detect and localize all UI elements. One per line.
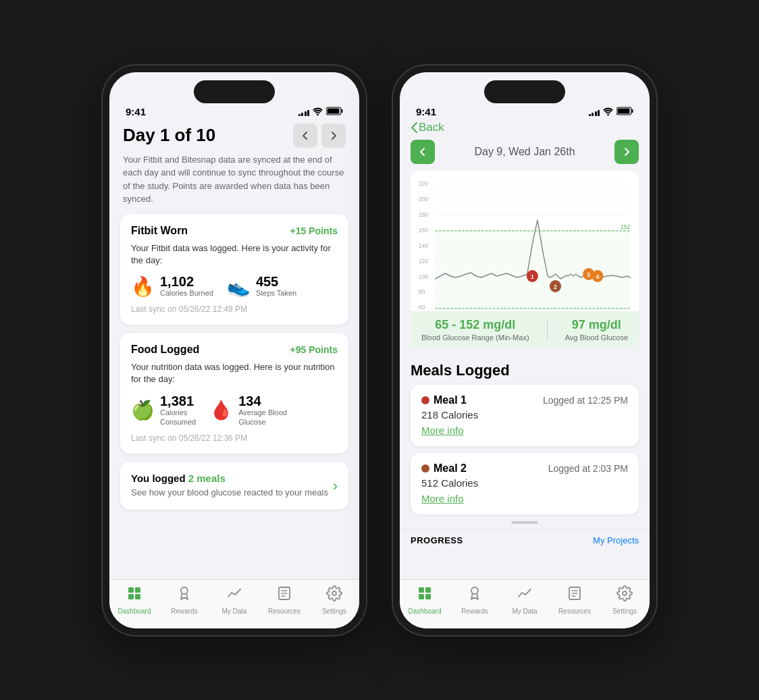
prev-button-1[interactable] (293, 124, 317, 148)
svg-text:1: 1 (531, 273, 534, 279)
glucose-value: 134 (238, 394, 287, 408)
svg-text:140: 140 (419, 242, 428, 248)
tab-rewards-2[interactable]: Rewards (450, 585, 500, 615)
tab-rewards-label-1: Rewards (171, 608, 197, 615)
meal-2-title-row: Meal 2 (421, 462, 467, 475)
next-button-1[interactable] (321, 124, 346, 148)
battery-icon-2 (617, 106, 633, 118)
fitbit-desc: Your Fitbit data was logged. Here is you… (131, 242, 338, 267)
meal-2-dot (421, 464, 429, 473)
tab-resources-label-2: Resources (558, 608, 591, 615)
phone-1-content: Day 1 of 10 Your Fitbit and Bitesnap dat… (109, 118, 359, 579)
meals-sub: See how your blood glucose reacted to yo… (131, 487, 328, 499)
svg-text:100: 100 (419, 273, 428, 279)
svg-text:120: 120 (419, 257, 428, 264)
tab-settings-2[interactable]: Settings (600, 585, 650, 615)
progress-label: PROGRESS (411, 535, 463, 545)
svg-rect-3 (128, 587, 134, 593)
food-desc: Your nutrition data was logged. Here is … (131, 361, 338, 385)
glucose-avg-value: 97 mg/dl (565, 318, 628, 332)
meal-1-more-info-button[interactable]: More info (421, 425, 464, 436)
dynamic-island-1 (194, 80, 275, 103)
calories-consumed-value: 1,381 (160, 394, 196, 408)
my-projects-button[interactable]: My Projects (593, 535, 639, 545)
glucose-range-stat: 65 - 152 mg/dl Blood Glucose Range (Min-… (421, 318, 529, 342)
shoe-icon: 👟 (227, 275, 251, 298)
svg-text:180: 180 (419, 211, 428, 217)
wifi-icon-1 (313, 106, 323, 118)
steps-label: Steps Taken (256, 288, 296, 298)
page-header-1: Day 1 of 10 Your Fitbit and Bitesnap dat… (109, 118, 359, 214)
chart-info-bar: 65 - 152 mg/dl Blood Glucose Range (Min-… (411, 311, 639, 348)
svg-rect-55 (419, 594, 424, 599)
tab-resources-label-1: Resources (268, 608, 300, 615)
svg-rect-14 (618, 108, 630, 113)
svg-text:3: 3 (587, 271, 590, 277)
prev-day-button[interactable] (411, 140, 435, 164)
glucose-avg-stat: 97 mg/dl Avg Blood Glucose (565, 318, 628, 342)
svg-point-7 (181, 587, 188, 594)
glucose-avg-label: Avg Blood Glucose (565, 333, 628, 342)
fitbit-sync: Last sync on 05/26/22 12:49 PM (131, 304, 338, 314)
food-title: Food Logged (131, 344, 199, 356)
calories-burned-label: Calories Burned (160, 288, 213, 298)
food-points: +95 Points (290, 344, 338, 355)
svg-text:220: 220 (419, 180, 428, 186)
wifi-icon-2 (603, 106, 613, 118)
tab-bar-2: Dashboard Rewards My Data (400, 579, 650, 628)
mydata-icon-1 (226, 585, 242, 605)
meals-highlight: 2 meals (188, 473, 226, 484)
tab-resources-2[interactable]: Resources (550, 585, 600, 615)
meal-card-2: Meal 2 Logged at 2:03 PM 512 Calories Mo… (411, 453, 639, 514)
tab-mydata-2[interactable]: My Data (500, 585, 550, 615)
tab-mydata-label-1: My Data (221, 608, 246, 615)
blood-icon: 🩸 (209, 399, 233, 421)
dynamic-island-2 (484, 80, 565, 103)
svg-rect-54 (419, 587, 424, 593)
chart-svg: 220 200 180 160 140 120 100 80 60 (416, 176, 633, 311)
fitbit-points: +15 Points (290, 225, 338, 236)
progress-bar-bottom: PROGRESS My Projects (400, 529, 650, 548)
meal-1-title-row: Meal 1 (421, 394, 467, 406)
fire-icon: 🔥 (131, 275, 155, 298)
fitbit-title: Fitbit Worn (131, 225, 188, 237)
glucose-label: Average BloodGlucose (238, 408, 287, 427)
phone-2: 9:41 (393, 65, 656, 635)
tab-rewards-label-2: Rewards (461, 608, 488, 615)
svg-rect-2 (342, 109, 343, 113)
glucose-chart-container: 220 200 180 160 140 120 100 80 60 (411, 171, 639, 311)
tab-resources-1[interactable]: Resources (259, 585, 309, 615)
svg-point-58 (471, 587, 478, 594)
settings-icon-1 (326, 585, 342, 605)
glucose-range-label: Blood Glucose Range (Min-Max) (421, 333, 529, 342)
tab-settings-label-2: Settings (612, 608, 637, 615)
svg-text:200: 200 (419, 195, 428, 202)
meal-1-dot (421, 396, 429, 404)
tab-dashboard-1[interactable]: Dashboard (109, 585, 159, 615)
back-button[interactable]: Back (411, 121, 444, 134)
meals-text: You logged 2 meals (131, 473, 328, 484)
glucose-chart: 220 200 180 160 140 120 100 80 60 (416, 176, 633, 311)
calories-consumed-metric: 🍏 1,381 CaloriesConsumed (131, 394, 196, 427)
meal-2-title: Meal 2 (434, 462, 467, 475)
meal-1-time: Logged at 12:25 PM (543, 395, 628, 406)
tab-mydata-1[interactable]: My Data (209, 585, 259, 615)
resources-icon-2 (567, 585, 583, 605)
glucose-metric: 🩸 134 Average BloodGlucose (209, 394, 287, 427)
tab-bar-1: Dashboard Rewards My Data (109, 579, 359, 628)
meal-2-more-info-button[interactable]: More info (421, 493, 464, 504)
next-day-button[interactable] (614, 140, 639, 164)
dashboard-icon-1 (126, 585, 142, 605)
fitbit-metrics: 🔥 1,102 Calories Burned 👟 455 Steps Take… (131, 275, 338, 298)
battery-icon-1 (326, 106, 343, 118)
mydata-icon-2 (517, 585, 533, 605)
tab-rewards-1[interactable]: Rewards (159, 585, 209, 615)
tab-settings-1[interactable]: Settings (309, 585, 359, 615)
tab-dashboard-2[interactable]: Dashboard (400, 585, 450, 615)
meals-card[interactable]: You logged 2 meals See how your blood gl… (120, 462, 348, 510)
calories-burned-metric: 🔥 1,102 Calories Burned (131, 275, 213, 298)
page-description-1: Your Fitbit and Bitesnap data are synced… (123, 153, 346, 206)
status-bar-2: 9:41 (400, 103, 650, 118)
tab-mydata-label-2: My Data (512, 608, 537, 615)
meals-chevron-icon: › (333, 477, 338, 495)
